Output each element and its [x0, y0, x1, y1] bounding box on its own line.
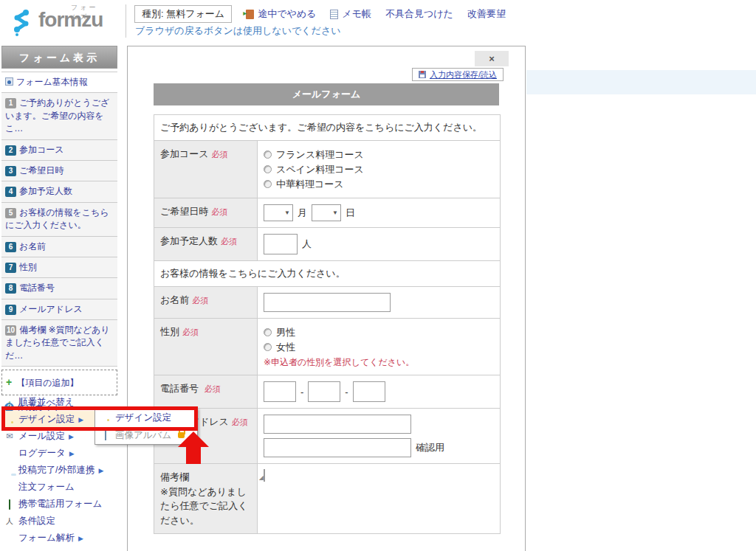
- submenu-item-design-settings[interactable]: デザイン設定: [95, 409, 197, 426]
- required-badge: 必須: [192, 296, 208, 305]
- close-button[interactable]: ×: [475, 51, 509, 66]
- item-number-badge: 4: [5, 187, 16, 197]
- bug-report-link[interactable]: 不具合見つけた: [385, 7, 453, 21]
- item-number-badge: 1: [5, 98, 16, 108]
- table-row-phone: 電話番号 必須 - -: [154, 375, 501, 409]
- submenu-arrow-icon: [69, 450, 75, 457]
- browser-back-warning: ブラウザの戻るボタンは使用しないでください: [135, 24, 340, 38]
- menu-item-condition-settings[interactable]: 条件設定: [1, 513, 117, 530]
- name-input[interactable]: [264, 293, 391, 312]
- plus-icon: [6, 376, 12, 388]
- intro-text: ご予約ありがとうございます。ご希望の内容をこちらにご入力ください。: [154, 115, 501, 141]
- sidebar-item-course[interactable]: 2参加コース: [1, 140, 117, 161]
- add-item-button[interactable]: 【項目の追加】: [1, 370, 117, 395]
- item-number-badge: 9: [5, 305, 16, 315]
- section-text: お客様の情報をこちらにご入力ください。: [154, 261, 501, 287]
- sidebar-item-basic-info[interactable]: フォーム基本情報: [1, 72, 117, 93]
- phone-input-2[interactable]: [308, 381, 340, 402]
- phone-input-1[interactable]: [264, 381, 296, 402]
- formzu-logo[interactable]: フォームズ formzu: [10, 7, 103, 37]
- menu-item-form-analysis[interactable]: フォーム解析: [1, 530, 117, 547]
- sidebar-item-notes[interactable]: 10備考欄 ※質問などありましたら任意でご記入くだ…: [1, 320, 117, 367]
- table-row-email: メールアドレス必須 確認用: [154, 409, 501, 464]
- required-badge: 必須: [211, 207, 227, 216]
- sidebar-item-name[interactable]: 6お名前: [1, 237, 117, 257]
- required-badge: 必須: [182, 328, 199, 336]
- notes-note: ※質問などありましたら任意でご記入ください。: [160, 485, 251, 528]
- phone-input-3[interactable]: [353, 381, 385, 402]
- form-preview-dialog: × 入力内容保存/読込 メールフォーム ご予約ありがとうございます。ご希望の内容…: [127, 46, 526, 551]
- table-row-gender: 性別必須 男性 女性 ※申込者の性別を選択してください。: [154, 319, 501, 375]
- formzu-logo-icon: [10, 7, 32, 37]
- required-badge: 必須: [232, 417, 248, 426]
- table-row-name: お名前必須: [154, 287, 501, 319]
- sidebar-item-email[interactable]: 9メールアドレス: [1, 299, 117, 320]
- caret-down-icon: [332, 209, 338, 216]
- menu-item-mobile-form[interactable]: 携帯電話用フォーム: [1, 496, 117, 513]
- menu-item-log-data[interactable]: ログデータ: [1, 445, 117, 462]
- required-badge: 必須: [212, 150, 228, 159]
- table-row-notes: 備考欄 ※質問などありましたら任意でご記入ください。: [154, 464, 501, 534]
- design-submenu: デザイン設定 画像アルバム: [94, 408, 198, 445]
- person-icon: [4, 516, 15, 527]
- mobile-phone-icon: [9, 499, 10, 510]
- people-label-cell: 参加予定人数必須: [154, 228, 258, 261]
- month-select[interactable]: [264, 204, 293, 221]
- table-row-people: 参加予定人数必須 人: [154, 228, 501, 261]
- top-toolbar: 種別: 無料フォーム 途中でやめる メモ帳 不具合見つけた 改善要望: [134, 5, 506, 23]
- submenu-arrow-icon: [69, 433, 74, 440]
- table-row-intro: ご予約ありがとうございます。ご希望の内容をこちらにご入力ください。: [154, 115, 501, 141]
- form-display-button[interactable]: フォーム表示: [1, 46, 117, 69]
- sidebar-item-list: フォーム基本情報 1ご予約ありがとうございます。ご希望の内容をこ… 2参加コース…: [1, 72, 117, 367]
- radio-gender-male[interactable]: [264, 328, 272, 336]
- radio-course-chinese[interactable]: [264, 180, 272, 188]
- sidebar-item-gender[interactable]: 7性別: [1, 257, 117, 278]
- memo-icon: [330, 10, 338, 19]
- sidebar-item-phone[interactable]: 8電話番号: [1, 278, 117, 299]
- table-row-section: お客様の情報をこちらにご入力ください。: [154, 261, 501, 287]
- required-badge: 必須: [205, 384, 221, 393]
- table-row-date: ご希望日時必須 月 日: [154, 198, 501, 228]
- mail-icon: [4, 432, 15, 441]
- sidebar-item-greeting[interactable]: 1ご予約ありがとうございます。ご希望の内容をこ…: [1, 93, 117, 139]
- form-title-bar: メールフォーム: [154, 83, 499, 105]
- radio-gender-female[interactable]: [264, 343, 272, 351]
- notes-textarea[interactable]: [264, 469, 265, 482]
- form-table: ご予約ありがとうございます。ご希望の内容をこちらにご入力ください。 参加コース必…: [154, 114, 501, 534]
- required-badge: 必須: [221, 237, 237, 246]
- sidebar-item-people[interactable]: 4参加予定人数: [1, 181, 117, 202]
- course-label-cell: 参加コース必須: [154, 141, 258, 198]
- radio-course-french[interactable]: [264, 150, 272, 159]
- phone-label-cell: 電話番号 必須: [154, 375, 258, 409]
- date-label-cell: ご希望日時必須: [154, 198, 258, 228]
- submenu-arrow-icon: [78, 535, 83, 542]
- submenu-arrow-icon: [98, 467, 103, 474]
- sidebar-item-customer-info[interactable]: 5お客様の情報をこちらにご入力ください。: [1, 203, 117, 237]
- item-number-badge: 7: [5, 263, 16, 273]
- submenu-arrow-icon: [78, 416, 83, 423]
- email-input[interactable]: [264, 415, 411, 434]
- menu-item-order-form[interactable]: 注文フォーム: [1, 479, 117, 496]
- form-info-icon: [5, 77, 13, 86]
- quit-link[interactable]: 途中でやめる: [246, 7, 316, 21]
- resize-handle-icon[interactable]: [259, 474, 264, 481]
- name-label-cell: お名前必須: [154, 287, 258, 319]
- submenu-item-image-album[interactable]: 画像アルバム: [95, 426, 197, 444]
- menu-item-post-complete[interactable]: 投稿完了/外部連携: [1, 462, 117, 479]
- sidebar-item-date[interactable]: 3ご希望日時: [1, 161, 117, 181]
- people-input[interactable]: [264, 234, 298, 254]
- gender-label-cell: 性別必須: [154, 319, 258, 375]
- form-type-button[interactable]: 種別: 無料フォーム: [134, 5, 232, 23]
- gender-note: ※申込者の性別を選択してください。: [264, 356, 494, 369]
- radio-course-spanish[interactable]: [264, 165, 272, 173]
- caret-down-icon: [284, 209, 290, 216]
- exit-door-icon: [246, 10, 254, 19]
- sidebar: フォーム表示 フォーム基本情報 1ご予約ありがとうございます。ご希望の内容をこ……: [1, 46, 117, 426]
- improvement-link[interactable]: 改善要望: [467, 7, 506, 21]
- email-confirm-input[interactable]: [264, 438, 411, 457]
- memo-link[interactable]: メモ帳: [330, 7, 371, 21]
- lock-icon: [178, 432, 185, 438]
- save-load-button[interactable]: 入力内容保存/読込: [412, 68, 504, 81]
- day-select[interactable]: [312, 204, 341, 221]
- logo-kana: フォームズ: [71, 3, 103, 22]
